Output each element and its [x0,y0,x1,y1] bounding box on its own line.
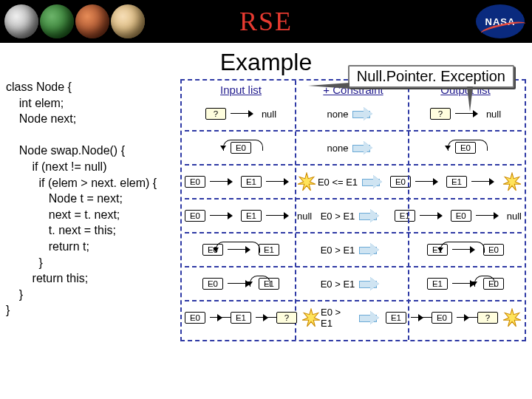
svg-marker-3 [503,309,521,327]
planet-icons [0,4,146,38]
fat-arrow-icon [359,210,386,222]
svg-marker-0 [298,173,316,191]
fat-arrow-icon [359,278,386,290]
table-row: E0 E1 E0 <= E1 E0 E1 [185,164,522,198]
back-loop-icon [216,242,260,253]
execution-table: Input list + Constraint Output list ? nu… [180,79,526,341]
self-loop-icon [223,140,263,151]
null-label: null [486,109,501,120]
e0-node: E0 [390,176,411,188]
table-row: E0 E1 null E0 > E1 E1 E0 null [185,198,522,232]
starburst-icon [502,308,522,327]
arrow-icon [210,314,226,321]
e0-node: E0 [185,312,205,324]
e0-node: E0 [185,210,205,222]
e0-node: E0 [483,244,504,256]
table-row: E0 none E0 [185,130,522,164]
question-node: ? [276,312,297,324]
arrow-icon [457,314,473,321]
null-label: null [262,109,276,120]
constraint-gt: E0 > E1 [321,307,355,329]
self-loop-icon [474,276,495,287]
fat-arrow-icon [359,244,386,256]
e0-node: E0 [202,278,223,290]
e0-node: E0 [451,210,471,222]
e1-node: E1 [241,210,262,222]
e1-node: E1 [386,312,406,324]
mars-icon [75,4,109,38]
fat-arrow-icon [359,312,386,324]
e1-node: E1 [427,278,448,290]
e1-node: E1 [259,244,279,256]
nasa-logo: NASA [476,4,525,38]
starburst-icon [301,308,321,327]
constraint-none: none [327,109,349,120]
constraint-le: E0 <= E1 [318,177,358,188]
arrow-icon [476,212,502,219]
self-loop-icon [250,276,270,287]
table-row: E0 E1 E0 > E1 E1 E0 [185,232,522,266]
saturn-icon [111,4,145,38]
back-loop-icon [440,242,485,253]
constraint-gt: E0 > E1 [321,211,355,222]
arrow-icon [420,212,446,219]
svg-marker-2 [302,309,320,327]
svg-marker-1 [503,173,521,191]
e0-node: E0 [432,312,452,324]
e0-node: E0 [185,176,205,188]
arrow-icon [231,110,257,117]
header-band: RSE NASA [0,0,532,43]
constraint-none: none [327,143,349,154]
arrow-icon [415,178,442,185]
moon-icon [4,4,38,38]
arrow-icon [266,178,293,185]
constraint-gt: E0 > E1 [321,279,355,290]
arrow-icon [266,212,293,219]
fat-arrow-icon [362,176,389,188]
e1-node: E1 [395,210,415,222]
earth-icon [40,4,74,38]
arrow-icon [210,212,236,219]
arrow-icon [471,178,498,185]
starburst-icon [297,172,316,191]
constraint-gt: E0 > E1 [321,245,355,256]
rse-logo: RSE [239,6,293,37]
starburst-icon [502,172,522,191]
arrow-icon [411,314,427,321]
e1-node: E1 [241,176,262,188]
self-loop-icon [448,140,488,151]
npe-callout: Null.Pointer. Exception [348,65,514,88]
null-label: null [297,211,312,222]
question-node: ? [430,108,451,120]
fat-arrow-icon [352,108,379,120]
col-input: Input list [185,83,297,96]
arrow-icon [256,314,272,321]
e1-node: E1 [446,176,467,188]
question-node: ? [205,108,226,120]
e1-node: E1 [231,312,251,324]
arrow-icon [210,178,236,185]
question-node: ? [477,312,498,324]
table-row: E0 E1 E0 > E1 E1 E0 [185,266,522,300]
code-listing: class Node { int elem; Node next; Node s… [6,79,180,341]
null-label: null [507,211,522,222]
table-row: E0 E1 ? E0 > E1 E1 E0 ? [185,300,522,334]
fat-arrow-icon [352,142,379,154]
